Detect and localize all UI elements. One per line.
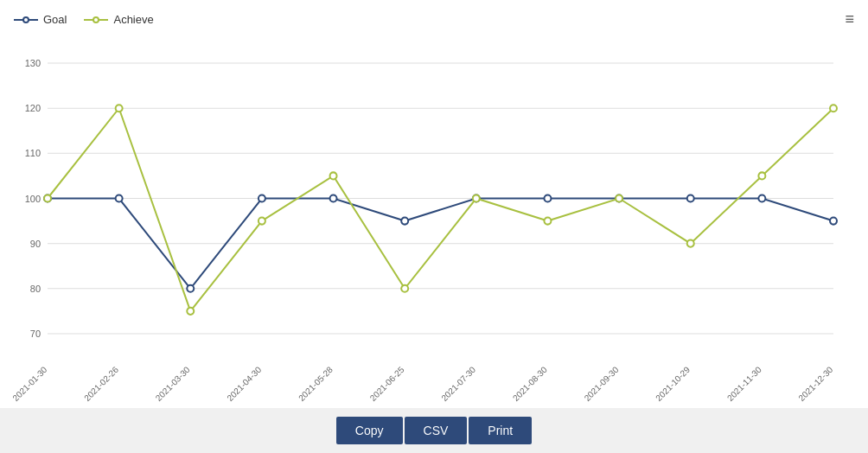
svg-point-39	[116, 105, 123, 112]
svg-text:2021-02-26: 2021-02-26	[82, 364, 120, 403]
svg-point-40	[187, 308, 194, 315]
legend: Goal Achieve	[14, 13, 154, 26]
copy-button[interactable]: Copy	[336, 417, 403, 444]
svg-point-30	[330, 195, 337, 201]
svg-text:2021-08-30: 2021-08-30	[511, 364, 549, 403]
svg-text:100: 100	[25, 193, 41, 203]
svg-text:90: 90	[30, 239, 41, 249]
svg-text:110: 110	[25, 148, 41, 158]
legend-dot-goal	[22, 16, 29, 23]
svg-point-47	[687, 240, 694, 247]
svg-text:2021-01-30: 2021-01-30	[11, 364, 49, 403]
csv-button[interactable]: CSV	[405, 417, 468, 444]
legend-line-achieve	[84, 19, 108, 21]
svg-text:2021-05-28: 2021-05-28	[297, 364, 335, 403]
svg-point-49	[830, 105, 837, 112]
svg-point-46	[616, 195, 622, 201]
chart-svg: 7080901001101201302021-01-302021-02-2620…	[48, 41, 833, 356]
svg-text:80: 80	[30, 284, 41, 294]
legend-achieve-label: Achieve	[113, 13, 153, 26]
legend-item-achieve: Achieve	[84, 13, 153, 26]
svg-text:2021-11-30: 2021-11-30	[725, 364, 763, 403]
svg-text:2021-07-30: 2021-07-30	[439, 364, 477, 403]
svg-point-48	[758, 172, 765, 179]
svg-point-31	[401, 218, 408, 225]
svg-text:2021-03-30: 2021-03-30	[154, 364, 192, 403]
svg-point-42	[330, 172, 337, 179]
svg-text:70: 70	[30, 329, 41, 339]
chart-header: Goal Achieve ≡	[0, 0, 868, 32]
hamburger-menu-icon[interactable]: ≡	[845, 10, 854, 29]
svg-text:130: 130	[25, 58, 41, 68]
svg-point-27	[116, 195, 123, 201]
svg-text:2021-09-30: 2021-09-30	[583, 364, 621, 403]
svg-text:2021-04-30: 2021-04-30	[225, 364, 263, 403]
svg-point-41	[258, 218, 265, 225]
svg-point-29	[258, 195, 265, 201]
svg-text:2021-10-29: 2021-10-29	[654, 364, 692, 403]
svg-text:2021-12-30: 2021-12-30	[797, 364, 835, 403]
svg-point-37	[830, 218, 837, 225]
svg-point-33	[544, 195, 551, 201]
print-button[interactable]: Print	[469, 417, 532, 444]
legend-item-goal: Goal	[14, 13, 67, 26]
svg-point-28	[187, 285, 194, 292]
svg-point-35	[687, 195, 694, 201]
svg-text:2021-06-25: 2021-06-25	[368, 364, 406, 403]
legend-goal-label: Goal	[43, 13, 67, 26]
svg-point-44	[473, 195, 480, 201]
svg-point-45	[544, 218, 551, 225]
svg-point-38	[44, 195, 51, 201]
footer-buttons: Copy CSV Print	[0, 408, 868, 453]
svg-point-43	[401, 285, 408, 292]
legend-line-goal	[14, 19, 38, 21]
svg-point-36	[758, 195, 765, 201]
chart-container: Goal Achieve ≡ 7080901001101201302021-01…	[0, 0, 868, 453]
legend-dot-achieve	[93, 16, 99, 23]
svg-text:120: 120	[25, 103, 41, 113]
chart-area: 7080901001101201302021-01-302021-02-2620…	[0, 32, 868, 408]
